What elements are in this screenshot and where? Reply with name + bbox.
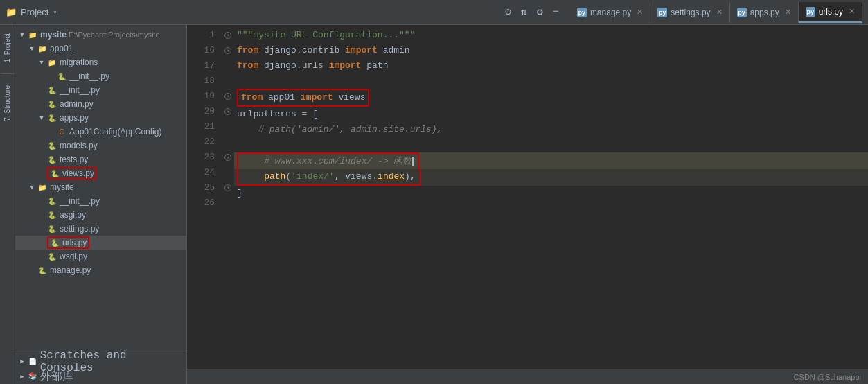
tree-item-root[interactable]: 📁 mysite E:\PycharmProjects\mysite bbox=[15, 28, 186, 42]
code-line-19: from app01 import views bbox=[234, 89, 868, 107]
gutter bbox=[222, 28, 234, 366]
code-line-23: # www.xxx.com/index/ -> 函数 bbox=[234, 152, 868, 169]
fold-arrow-icon[interactable] bbox=[224, 154, 231, 161]
tab-label: apps.py bbox=[750, 8, 779, 17]
fold-arrow-icon[interactable] bbox=[224, 108, 231, 115]
top-bar: 📁 Project ▾ ⊕ ⇅ ⚙ − py manage.py ✕ py se… bbox=[0, 0, 868, 25]
add-icon[interactable]: ⊕ bbox=[505, 6, 511, 19]
item-name: manage.py bbox=[50, 265, 91, 275]
code-token: from bbox=[241, 90, 263, 105]
tab-settings-py[interactable]: py settings.py ✕ bbox=[650, 2, 729, 23]
main-layout: 1: Project 7: Structure 📁 mysite E:\Pych… bbox=[0, 25, 868, 384]
py-file-icon: 🐍 bbox=[47, 155, 57, 164]
tree-item-views[interactable]: 🐍 views.py bbox=[15, 166, 186, 180]
py-file-icon: 🐍 bbox=[47, 196, 57, 206]
py-icon: py bbox=[657, 8, 667, 17]
code-line-20: urlpatterns = [ bbox=[234, 107, 868, 122]
sidebar-tab-project[interactable]: 1: Project bbox=[2, 28, 12, 68]
scratches-icon: 📄 bbox=[28, 357, 37, 367]
expand-arrow-icon bbox=[28, 45, 36, 52]
external-libraries-row[interactable]: 📚 外部库 bbox=[15, 369, 186, 384]
code-token bbox=[237, 201, 242, 216]
fold-arrow-icon[interactable] bbox=[224, 47, 231, 54]
tree-item-app01[interactable]: 📁 app01 bbox=[15, 42, 186, 55]
left-strip: 1: Project 7: Structure bbox=[0, 25, 15, 384]
tab-manage-py[interactable]: py manage.py ✕ bbox=[570, 2, 650, 23]
code-token: path bbox=[242, 169, 285, 184]
code-token: ( bbox=[285, 169, 291, 184]
code-token: # path('admin/', admin.site.urls), bbox=[258, 122, 442, 137]
tab-apps-py[interactable]: py apps.py ✕ bbox=[730, 2, 799, 23]
class-icon: C bbox=[57, 127, 67, 137]
close-icon[interactable]: ✕ bbox=[716, 8, 723, 17]
close-icon[interactable]: ✕ bbox=[637, 8, 643, 17]
py-file-icon: 🐍 bbox=[47, 141, 57, 150]
bottom-status: CSDN @Schanappi bbox=[187, 369, 868, 384]
project-header: 📁 Project ▾ bbox=[6, 7, 116, 18]
file-tree: 📁 mysite E:\PycharmProjects\mysite 📁 app… bbox=[15, 25, 186, 354]
tab-label: manage.py bbox=[590, 8, 631, 17]
expand-arrow-icon bbox=[37, 114, 46, 121]
py-file-icon: 🐍 bbox=[47, 224, 57, 234]
py-icon: py bbox=[577, 8, 587, 17]
tree-item-asgi[interactable]: 🐍 asgi.py bbox=[15, 208, 186, 222]
item-name: urls.py bbox=[62, 238, 87, 247]
minimize-icon[interactable]: − bbox=[553, 6, 559, 18]
tree-item-manage[interactable]: 🐍 manage.py bbox=[15, 263, 186, 277]
code-line-22 bbox=[234, 137, 868, 152]
project-label[interactable]: Project bbox=[21, 7, 48, 17]
code-line-25: ] bbox=[234, 186, 868, 201]
tree-item-admin[interactable]: 🐍 admin.py bbox=[15, 97, 186, 111]
code-token: # www.xxx.com/index/ -> 函数 bbox=[242, 154, 411, 169]
expand-arrow-icon bbox=[18, 373, 26, 381]
item-name: __init__.py bbox=[60, 196, 100, 206]
fold-arrow-icon[interactable] bbox=[224, 184, 231, 191]
editor-area: 1 16 17 18 19 20 21 22 23 24 25 26 bbox=[187, 25, 868, 384]
sidebar-tab-structure[interactable]: 7: Structure bbox=[2, 80, 12, 127]
close-icon[interactable]: ✕ bbox=[849, 7, 855, 16]
tree-item-settings[interactable]: 🐍 settings.py bbox=[15, 222, 186, 236]
code-token: import bbox=[301, 90, 333, 105]
py-file-icon: 🐍 bbox=[50, 238, 60, 247]
code-token: path bbox=[361, 58, 388, 73]
tree-item-init-migrations[interactable]: 🐍 __init__.py bbox=[15, 69, 186, 83]
code-content[interactable]: """mysite URL Configuration...""" from d… bbox=[234, 28, 868, 366]
fold-arrow-icon[interactable] bbox=[224, 93, 231, 100]
item-name: App01Config(AppConfig) bbox=[69, 127, 161, 137]
folder-icon: 📁 bbox=[37, 182, 47, 192]
code-token bbox=[237, 73, 242, 89]
settings-icon[interactable]: ⚙ bbox=[537, 6, 543, 19]
code-token: import bbox=[345, 43, 378, 58]
tree-item-app01config[interactable]: C App01Config(AppConfig) bbox=[15, 125, 186, 139]
fold-arrow-icon[interactable] bbox=[224, 32, 231, 39]
code-token: from bbox=[237, 58, 258, 73]
project-panel: 📁 mysite E:\PycharmProjects\mysite 📁 app… bbox=[15, 25, 187, 384]
code-token: urlpatterns = [ bbox=[237, 107, 318, 122]
close-icon[interactable]: ✕ bbox=[785, 8, 791, 17]
tree-item-init-app01[interactable]: 🐍 __init__.py bbox=[15, 83, 186, 97]
tree-item-models[interactable]: 🐍 models.py bbox=[15, 139, 186, 152]
item-name: apps.py bbox=[60, 113, 89, 123]
code-token bbox=[237, 137, 242, 152]
tabs-bar: py manage.py ✕ py settings.py ✕ py apps.… bbox=[570, 2, 862, 23]
sync-icon[interactable]: ⇅ bbox=[521, 6, 527, 19]
tree-item-urls[interactable]: 🐍 urls.py bbox=[15, 236, 186, 250]
tree-item-wsgi[interactable]: 🐍 wsgi.py bbox=[15, 250, 186, 263]
folder-icon: 📁 bbox=[28, 30, 37, 40]
py-file-icon: 🐍 bbox=[47, 210, 57, 220]
code-view[interactable]: 1 16 17 18 19 20 21 22 23 24 25 26 bbox=[187, 25, 868, 369]
py-file-icon: 🐍 bbox=[47, 99, 57, 109]
expand-arrow-icon bbox=[37, 59, 46, 66]
code-line-17: from django.urls import path bbox=[234, 58, 868, 73]
scratches-and-consoles-row[interactable]: 📄 Scratches and Consoles bbox=[15, 354, 186, 369]
code-token: 'index/' bbox=[291, 169, 334, 184]
tree-item-mysite-folder[interactable]: 📁 mysite bbox=[15, 180, 186, 194]
dropdown-arrow-icon[interactable]: ▾ bbox=[53, 8, 57, 17]
tree-item-migrations[interactable]: 📁 migrations bbox=[15, 55, 186, 69]
code-token: ), bbox=[405, 169, 416, 184]
tree-item-init-mysite[interactable]: 🐍 __init__.py bbox=[15, 194, 186, 208]
tab-urls-py[interactable]: py urls.py ✕ bbox=[799, 2, 862, 23]
py-file-icon: 🐍 bbox=[37, 265, 47, 275]
tree-item-tests[interactable]: 🐍 tests.py bbox=[15, 152, 186, 166]
tree-item-apps[interactable]: 🐍 apps.py bbox=[15, 111, 186, 125]
